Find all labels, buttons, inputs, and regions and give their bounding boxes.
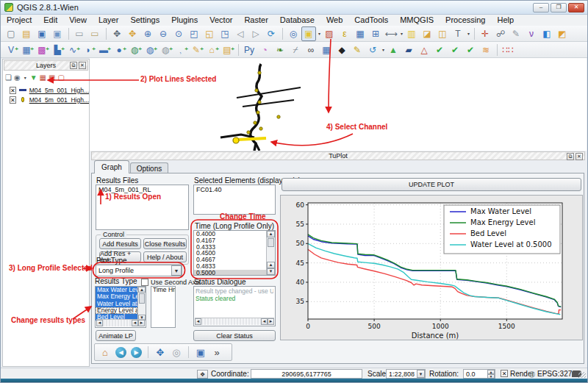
point-grid-tool-button[interactable]: ∷∷ [501,43,515,57]
tab-options[interactable]: Options [130,162,168,173]
time-type-item[interactable]: Time Hmax [151,287,175,293]
plot-figure[interactable]: 050010001500354045505560Distance (m)Max … [280,195,583,340]
check-geometry-button[interactable]: ✔ [432,43,447,57]
rotation-spin-buttons[interactable]: ▲ ▼ [487,370,495,379]
attribute-table-button[interactable]: ▦ [353,26,368,41]
add-spatialite-layer-button[interactable]: ∿ [65,43,80,57]
show-bookmarks-button[interactable]: ◫ [435,26,450,41]
results-files-list[interactable]: M04_5m_001_RL [96,185,189,230]
print-layer-button[interactable]: ▤ [220,43,234,57]
layers-float-icon[interactable]: ⧉ [70,62,77,69]
check-topology-button[interactable]: ✔ [463,43,478,57]
menu-settings[interactable]: Settings [124,15,165,26]
menu-web[interactable]: Web [320,15,348,26]
text-annotation-button[interactable]: T [451,26,465,41]
vector-field-tool-button[interactable]: ν [524,26,539,41]
use-second-axis-checkbox[interactable] [141,279,148,286]
nav-back-button[interactable]: ◀ [115,347,126,358]
results-type-list[interactable]: Max Water LevelMax Energy LevelWater Lev… [95,286,146,328]
layer-visibility-dropdown-icon[interactable]: ▾ [23,75,28,80]
zoom-native-button[interactable]: ⊙ [171,26,186,41]
menu-processing[interactable]: Processing [440,15,491,26]
remove-layer-icon[interactable]: ▢ [58,74,65,82]
map-canvas[interactable] [90,58,587,151]
open-project-button[interactable]: ▤ [19,26,34,41]
mmqgis-edit-button[interactable]: ◩ [555,26,570,41]
menu-raster[interactable]: Raster [238,15,273,26]
identify-features-button[interactable]: ◎ [286,26,301,41]
add-vector-layer-button[interactable]: V [4,43,18,57]
layer-label[interactable]: M04_5m_001_High... [29,87,89,94]
python-console-button[interactable]: Py [242,43,257,57]
refresh-map-button[interactable]: ⟳ [264,26,279,41]
pan-to-selection-button[interactable]: ✥ [125,26,140,41]
composer-manager-button[interactable]: ▭ [87,26,102,41]
save-project-as-button[interactable]: ▣ [50,26,65,41]
menu-cadtools[interactable]: CadTools [348,15,394,26]
plot-type-combo[interactable]: Long Profile ▼ [96,265,182,276]
filter-legend-icon[interactable]: ▼ [30,74,37,82]
add-sqlanywhere-layer-button[interactable]: ● [112,43,126,57]
animate-lp-button[interactable]: Animate LP [96,330,136,341]
nav-pan-button[interactable]: ✥ [153,346,168,359]
layer-checkbox[interactable]: ✕ [10,96,16,104]
cad-point-button[interactable]: ✛ [478,26,492,41]
zoom-next-button[interactable]: ▷ [248,26,263,41]
select-features-button[interactable]: ▣ [301,26,316,41]
add-ows-layer-button[interactable]: ◍ [158,43,173,57]
layer-visibility-icon[interactable]: ◉ [14,74,21,82]
cad-snap-button[interactable]: ☍ [493,26,508,41]
status-dialogue-box[interactable]: Result type changed - use Update Plot tS… [193,286,276,326]
field-calculator-button[interactable]: ⊞ [368,26,383,41]
menu-vector[interactable]: Vector [204,15,238,26]
zoom-in-button[interactable]: ⊕ [140,26,155,41]
undo-tool-button[interactable]: ↺ [365,43,380,57]
coordinate-toggle-icon[interactable]: ❖ [197,370,208,379]
hand-stamp-tool-button[interactable]: ◆ [334,43,349,57]
layer-label[interactable]: M04_5m_001_High... [29,96,89,104]
digitize-pencil-button[interactable]: ✎ [350,43,365,57]
measure-dropdown-icon[interactable]: ▾ [399,31,404,36]
new-bookmark-button[interactable]: ◪ [420,26,434,41]
crs-globe-icon[interactable]: ◍ [528,369,536,379]
undo-tool-dropdown-icon[interactable]: ▾ [381,47,386,52]
plot-type-dropdown-icon[interactable]: ▼ [171,265,182,276]
add-wfs-layer-button[interactable]: ◍ [143,43,157,57]
cad-settings-button[interactable]: ✎ [509,26,523,41]
menu-layer[interactable]: Layer [93,15,125,26]
zoom-full-button[interactable]: ◰ [187,26,201,41]
results-type-vscroll[interactable]: ▲ ▼ [137,287,146,321]
status-hscroll[interactable]: ◄ ◄► [195,318,274,325]
search-binoculars-button[interactable]: ∞ [304,43,318,57]
add-wcs-layer-button[interactable]: ◍ [127,43,142,57]
close-results-button[interactable]: Close Results [143,238,187,249]
layers-close-icon[interactable]: ✕ [79,62,86,69]
results-type-hscroll[interactable]: ◄ ◄► [96,319,145,326]
expand-tree-icon[interactable]: ▦ [40,74,46,82]
save-project-button[interactable]: ▣ [35,26,49,41]
polygon-green-tool-button[interactable]: ▲ [386,43,401,57]
selected-element-item[interactable]: FC01.40 [194,185,275,194]
layer-item-1[interactable]: ✕M04_5m_001_High... [3,95,89,104]
add-group-icon[interactable]: ❏ [5,74,12,82]
select-by-expression-button[interactable]: ε [337,26,352,41]
new-project-button[interactable]: ▢ [4,26,18,41]
menu-plugins[interactable]: Plugins [165,15,204,26]
collapse-tree-icon[interactable]: ▦ [49,74,55,82]
check-validity-button[interactable]: ✔ [448,43,462,57]
close-button[interactable]: ✕ [568,3,584,12]
tab-graph[interactable]: Graph [94,160,129,173]
time-vscroll[interactable]: ▲ ▲ ▼ [266,231,275,275]
measure-button[interactable]: ⟷ [384,26,398,41]
clear-status-button[interactable]: Clear Status [193,330,276,341]
zoom-last-button[interactable]: ◁ [233,26,248,41]
time-list[interactable]: 0.40000.41670.43330.45000.46670.48330.50… [193,230,276,276]
text-annotation-dropdown-icon[interactable]: ▾ [466,31,471,36]
add-raster-layer-button[interactable]: ▦ [19,43,34,57]
help-about-button[interactable]: Help / About [143,251,187,262]
menu-project[interactable]: Project [1,15,37,26]
render-checkbox[interactable]: ✕ [501,370,508,377]
add-results-button[interactable]: Add Results [99,238,141,249]
menu-mmqgis[interactable]: MMQGIS [394,15,440,26]
add-wms-layer-button[interactable]: ▩ [35,43,49,57]
